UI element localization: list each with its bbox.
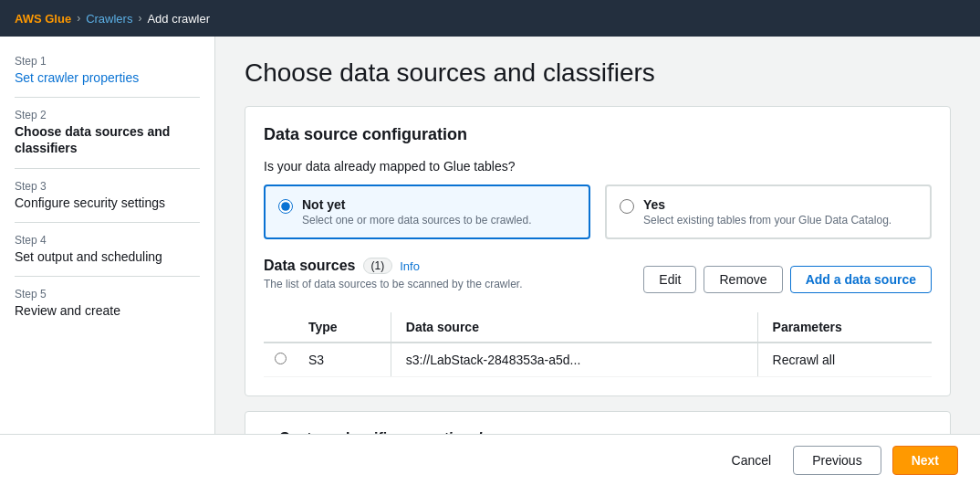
radio-options-group: Not yet Select one or more data sources …	[264, 185, 932, 239]
data-sources-count: (1)	[363, 258, 393, 274]
main-layout: Step 1 Set crawler properties Step 2 Cho…	[0, 37, 980, 434]
row-parameters-cell: Recrawl all	[757, 343, 932, 377]
sidebar: Step 1 Set crawler properties Step 2 Cho…	[0, 37, 215, 434]
card-title: Data source configuration	[264, 125, 932, 144]
mapping-question: Is your data already mapped to Glue tabl…	[264, 159, 932, 174]
step-3-title: Configure security settings	[15, 195, 200, 211]
row-radio-cell	[264, 343, 297, 377]
breadcrumb-sep-1: ›	[77, 12, 80, 25]
edit-button[interactable]: Edit	[643, 266, 696, 293]
step-5-title: Review and create	[15, 302, 200, 319]
top-bar: AWS Glue › Crawlers › Add crawler	[0, 0, 980, 37]
data-sources-actions: Edit Remove Add a data source	[643, 266, 932, 293]
remove-button[interactable]: Remove	[704, 266, 782, 293]
radio-yes-title: Yes	[643, 197, 891, 212]
sidebar-step-5: Step 5 Review and create	[15, 288, 200, 319]
content-area: Choose data sources and classifiers Data…	[215, 37, 980, 434]
sidebar-step-2: Step 2 Choose data sources and classifie…	[15, 109, 200, 156]
row-datasource-cell: s3://LabStack-2848353a-a5d...	[391, 343, 757, 377]
radio-not-yet-desc: Select one or more data sources to be cr…	[302, 214, 531, 227]
data-sources-title-group: Data sources (1) Info The list of data s…	[264, 258, 523, 301]
table-row: S3 s3://LabStack-2848353a-a5d... Recrawl…	[264, 343, 932, 377]
table-head: Type Data source Parameters	[264, 312, 932, 343]
data-sources-desc: The list of data sources to be scanned b…	[264, 278, 523, 290]
breadcrumb: AWS Glue › Crawlers › Add crawler	[15, 12, 210, 26]
radio-not-yet-input[interactable]	[278, 199, 293, 214]
sidebar-step-3: Step 3 Configure security settings	[15, 180, 200, 211]
radio-yes-input[interactable]	[620, 199, 634, 214]
col-header-radio	[264, 312, 297, 343]
add-data-source-button[interactable]: Add a data source	[790, 266, 932, 293]
sidebar-step-1: Step 1 Set crawler properties	[15, 55, 200, 86]
data-sources-table: Type Data source Parameters S3 s3://LabS…	[264, 312, 932, 377]
sidebar-step-4: Step 4 Set output and scheduling	[15, 234, 200, 265]
radio-not-yet-title: Not yet	[302, 197, 531, 212]
step-2-title: Choose data sources and classifiers	[15, 123, 200, 156]
step-5-label: Step 5	[15, 288, 200, 300]
breadcrumb-sep-2: ›	[138, 12, 141, 25]
data-sources-header: Data sources (1) Info The list of data s…	[264, 258, 932, 301]
breadcrumb-current: Add crawler	[147, 12, 210, 26]
section-header: Data sources (1) Info	[264, 258, 523, 274]
app-container: AWS Glue › Crawlers › Add crawler Step 1…	[0, 0, 980, 485]
col-header-type: Type	[297, 312, 391, 343]
radio-yes-content: Yes Select existing tables from your Glu…	[643, 197, 891, 227]
step-4-label: Step 4	[15, 234, 200, 247]
next-button[interactable]: Next	[892, 446, 958, 475]
custom-classifiers-card: ▶ Custom classifiers – optional A classi…	[245, 411, 951, 434]
row-radio-input[interactable]	[275, 353, 287, 364]
step-3-label: Step 3	[15, 180, 200, 193]
data-sources-title: Data sources	[264, 258, 356, 274]
radio-not-yet-content: Not yet Select one or more data sources …	[302, 197, 531, 227]
step-1-label: Step 1	[15, 55, 200, 68]
data-source-config-card: Data source configuration Is your data a…	[245, 106, 951, 396]
cancel-button[interactable]: Cancel	[721, 448, 783, 473]
breadcrumb-aws-glue[interactable]: AWS Glue	[15, 12, 71, 26]
page-title: Choose data sources and classifiers	[245, 58, 951, 88]
step-4-title: Set output and scheduling	[15, 248, 200, 265]
radio-yes[interactable]: Yes Select existing tables from your Glu…	[605, 185, 932, 239]
col-header-datasource: Data source	[391, 312, 757, 343]
table-body: S3 s3://LabStack-2848353a-a5d... Recrawl…	[264, 343, 932, 377]
table-header-row: Type Data source Parameters	[264, 312, 932, 343]
step-1-title[interactable]: Set crawler properties	[15, 69, 200, 86]
row-type-cell: S3	[297, 343, 391, 377]
radio-not-yet[interactable]: Not yet Select one or more data sources …	[264, 185, 590, 239]
radio-yes-desc: Select existing tables from your Glue Da…	[643, 214, 891, 227]
info-link[interactable]: Info	[400, 259, 420, 273]
col-header-parameters: Parameters	[757, 312, 932, 343]
previous-button[interactable]: Previous	[793, 446, 881, 475]
step-2-label: Step 2	[15, 109, 200, 121]
bottom-bar: Cancel Previous Next	[0, 434, 980, 485]
breadcrumb-crawlers[interactable]: Crawlers	[86, 12, 132, 26]
